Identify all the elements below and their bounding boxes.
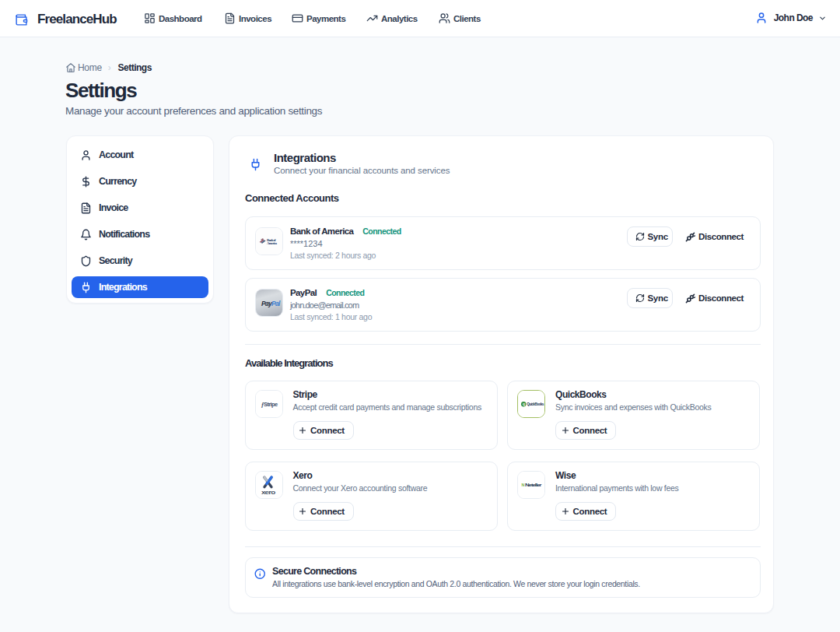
svg-text:xero: xero (261, 490, 275, 495)
svg-text:Pal: Pal (271, 300, 281, 307)
svg-text:America: America (267, 241, 278, 245)
svg-text:ƒStripe: ƒStripe (261, 401, 277, 408)
svg-text:N: N (522, 483, 525, 487)
svg-text:QuickBooks: QuickBooks (527, 402, 544, 406)
svg-text:Neteller: Neteller (525, 483, 542, 487)
